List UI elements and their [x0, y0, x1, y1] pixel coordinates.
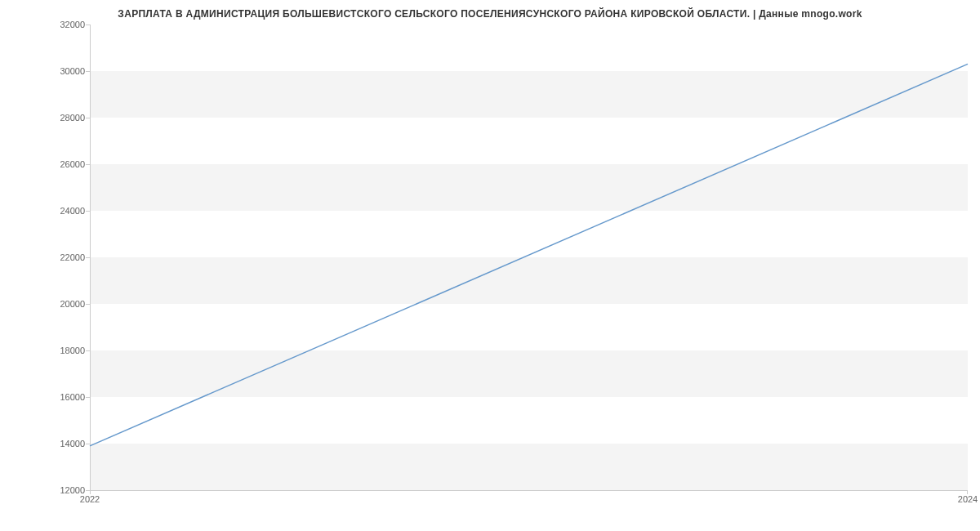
y-tick-label: 22000: [36, 252, 85, 262]
y-tick-label: 26000: [36, 159, 85, 169]
chart-container: ЗАРПЛАТА В АДМИНИСТРАЦИЯ БОЛЬШЕВИСТСКОГО…: [0, 0, 980, 531]
y-tick-label: 12000: [36, 485, 85, 495]
y-tick-label: 18000: [36, 346, 85, 355]
y-tick-label: 16000: [36, 392, 85, 402]
y-tick-label: 30000: [36, 66, 85, 76]
x-axis-line: [90, 490, 968, 491]
x-tick-label: 2022: [80, 494, 100, 504]
data-line: [90, 64, 968, 446]
y-tick-label: 20000: [36, 299, 85, 309]
y-tick-label: 32000: [36, 20, 85, 29]
y-tick-label: 28000: [36, 113, 85, 123]
x-tick-label: 2024: [958, 494, 978, 504]
chart-title: ЗАРПЛАТА В АДМИНИСТРАЦИЯ БОЛЬШЕВИСТСКОГО…: [0, 8, 980, 20]
y-tick-label: 24000: [36, 206, 85, 216]
chart-line-layer: [90, 25, 968, 490]
y-tick-label: 14000: [36, 439, 85, 448]
